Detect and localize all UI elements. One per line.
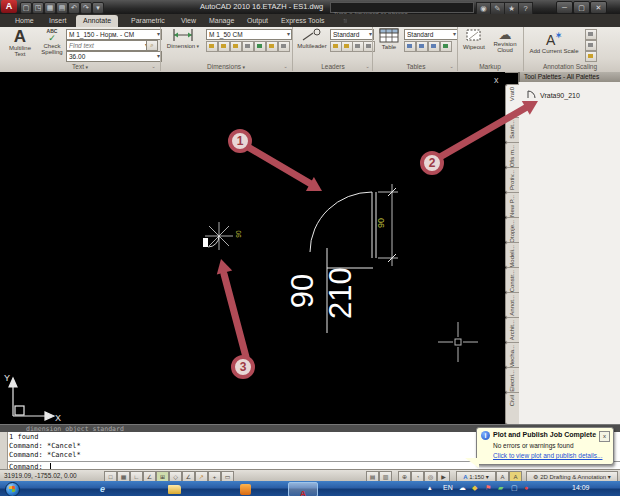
palette-tab-constr[interactable]: Constr... [505, 267, 519, 293]
maximize-button[interactable]: ▢ [573, 1, 590, 14]
close-button[interactable]: ✕ [590, 1, 607, 14]
dim-continue-icon[interactable] [218, 41, 230, 52]
tab-annotate[interactable]: Annotate [76, 15, 118, 27]
notification-close-button[interactable]: x [599, 431, 610, 442]
qat-new-icon[interactable]: ▢ [20, 2, 32, 14]
dim-style-combo[interactable]: M 1_50 CM [206, 29, 292, 40]
qat-save-icon[interactable]: ▦ [44, 2, 56, 14]
table-extract-icon[interactable] [404, 41, 416, 52]
tray-app2-icon[interactable]: ▢ [511, 484, 518, 492]
tab-output[interactable]: Output [240, 15, 275, 27]
table-label: Table [382, 44, 396, 50]
command-window-grip[interactable] [0, 432, 8, 470]
tiny-90-label: 90 [235, 230, 242, 238]
anno-scale-list-icon[interactable] [585, 29, 597, 40]
explorer-folder-icon[interactable] [168, 485, 181, 494]
minimize-button[interactable]: ─ [556, 1, 573, 14]
revision-cloud-button[interactable]: ☁ Revision Cloud [490, 28, 520, 53]
table-button[interactable]: Table [376, 28, 402, 50]
tab-view[interactable]: View [174, 15, 203, 27]
anno-sync-icon[interactable] [585, 51, 597, 62]
qat-menu-icon[interactable]: ▾ [92, 2, 104, 14]
command-line-cancel2: Command: *Cancel* [9, 451, 81, 459]
annoscale-panel-label[interactable]: Annotation Scaling [524, 62, 616, 71]
palette-tab-mecha[interactable]: Mecha... [505, 342, 519, 368]
tab-home[interactable]: Home [8, 15, 41, 27]
palette-tab-ofis[interactable]: Ofis m... [505, 142, 519, 168]
tool-palettes-header[interactable]: Tool Palettes - All Palettes [518, 72, 620, 82]
dim-linear-icon[interactable] [206, 41, 218, 52]
tab-insert[interactable]: Insert [42, 15, 74, 27]
label-height-210: 210 [323, 267, 358, 319]
ribbon-minimize-icon[interactable]: ◾ [334, 15, 357, 27]
mleader-collect-icon[interactable] [363, 41, 375, 52]
notification-details-link[interactable]: Click to view plot and publish details..… [493, 452, 602, 459]
multileader-button[interactable]: Multileader [296, 28, 328, 49]
tab-express-tools[interactable]: Express Tools [274, 15, 331, 27]
dimensions-panel-label[interactable]: Dimensions [186, 62, 266, 71]
taskbar-clock[interactable]: 14:09 [572, 484, 590, 491]
palette-tab-newp[interactable]: New P... [505, 192, 519, 218]
dim-update-icon[interactable] [266, 41, 278, 52]
media-app-icon[interactable] [240, 484, 251, 495]
palette-tab-archit[interactable]: Archit... [505, 317, 519, 343]
qat-open-icon[interactable]: ◳ [32, 2, 44, 14]
add-current-scale-button[interactable]: A✶ Add Current Scale [528, 28, 580, 54]
tray-app1-icon[interactable]: ▰ [498, 484, 503, 492]
dimension-button[interactable]: Dimension [164, 28, 202, 49]
text-height-combo[interactable]: 36.00 [66, 51, 162, 62]
markup-panel-label[interactable]: Markup [460, 62, 520, 71]
palette-tab-civil[interactable]: Civil [505, 392, 519, 425]
revision-cloud-icon: ☁ [490, 28, 520, 41]
find-go-icon[interactable]: ⌕ [146, 40, 158, 51]
tables-panel-label[interactable]: Tables [384, 62, 448, 71]
wipeout-button[interactable]: Wipeout [460, 28, 488, 50]
anno-add-delete-icon[interactable] [585, 40, 597, 51]
tray-show-hidden-icon[interactable]: ▴ [428, 484, 432, 492]
mleader-style-combo[interactable]: Standard [330, 29, 374, 40]
table-style-combo[interactable]: Standard [404, 29, 458, 40]
find-text-input[interactable] [69, 42, 147, 49]
qat-undo-icon[interactable]: ↶ [68, 2, 80, 14]
tray-network-icon[interactable]: ☁ [459, 484, 466, 492]
palette-tab-modeli[interactable]: Modeli... [505, 242, 519, 268]
command-line-found: 1 found [9, 433, 39, 441]
start-button[interactable] [5, 482, 20, 496]
tray-alert-icon[interactable]: ● [524, 484, 528, 491]
palette-tab-sanit[interactable]: Sanit... [505, 117, 519, 143]
table-upload-icon[interactable] [416, 41, 428, 52]
palette-item-vrata90-210[interactable]: Vrata90_210 [527, 90, 580, 99]
coordinates-readout: 31919.09, -1755.02, 0.00 [4, 472, 77, 479]
palette-tab-otopje[interactable]: Otopje... [505, 217, 519, 243]
multiline-text-button[interactable]: A Multiline Text [4, 28, 36, 57]
palette-tab-vrata[interactable]: Vrat0 [505, 84, 519, 118]
dim-baseline-icon[interactable] [230, 41, 242, 52]
text-dialog-launcher-icon[interactable]: ⌄ [150, 63, 157, 70]
dims-dialog-launcher-icon[interactable]: ⌄ [282, 63, 289, 70]
text-style-combo[interactable]: M 1_150 - Норм. - CM [66, 29, 162, 40]
check-spelling-button[interactable]: ABC ✓ Check Spelling [38, 28, 66, 55]
dim-adjust-icon[interactable] [254, 41, 266, 52]
application-menu-icon[interactable]: A [1, 0, 17, 13]
tray-security-icon[interactable]: ◆ [472, 484, 477, 492]
tables-dialog-launcher-icon[interactable]: ⌄ [448, 63, 455, 70]
qat-plot-icon[interactable]: ▤ [56, 2, 68, 14]
internet-explorer-icon[interactable]: e [96, 483, 109, 495]
text-panel-label[interactable]: Text [40, 62, 120, 71]
tab-parametric[interactable]: Parametric [124, 15, 172, 27]
palette-tab-protiv[interactable]: Protiv... [505, 167, 519, 193]
tab-manage[interactable]: Manage [202, 15, 241, 27]
table-download-icon[interactable] [428, 41, 440, 52]
drawing-area[interactable]: 90 90 210 90 Y X [0, 72, 505, 424]
dim-jog-icon[interactable] [278, 41, 290, 52]
language-indicator[interactable]: EN [443, 484, 453, 491]
dim-break-icon[interactable] [242, 41, 254, 52]
table-link-icon[interactable] [440, 41, 452, 52]
leaders-panel-label[interactable]: Leaders [300, 62, 366, 71]
leaders-dialog-launcher-icon[interactable]: ⌄ [364, 63, 371, 70]
palette-tab-electri[interactable]: Electri... [505, 367, 519, 393]
autocad-taskbar-button[interactable]: A [288, 482, 318, 496]
palette-tab-annot[interactable]: Annot... [505, 292, 519, 318]
tray-action-center-icon[interactable]: ⚑ [485, 484, 491, 492]
qat-redo-icon[interactable]: ↷ [80, 2, 92, 14]
